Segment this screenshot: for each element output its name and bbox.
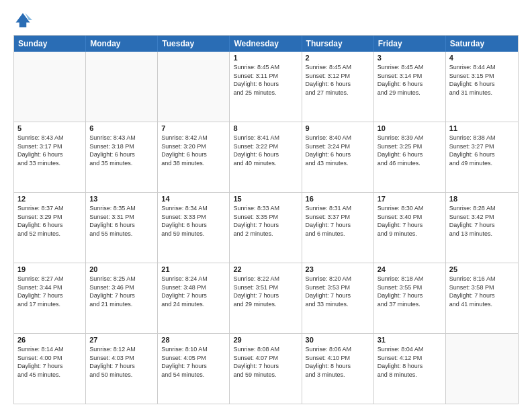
cell-date: 20 — [89, 265, 154, 273]
cell-info: Sunrise: 8:24 AM Sunset: 3:48 PM Dayligh… — [161, 275, 226, 308]
calendar-cell-14: 14Sunrise: 8:34 AM Sunset: 3:33 PM Dayli… — [158, 193, 230, 263]
logo-icon — [13, 11, 32, 30]
calendar-cell-28: 28Sunrise: 8:10 AM Sunset: 4:05 PM Dayli… — [158, 334, 230, 404]
cell-date: 5 — [17, 124, 82, 132]
cell-info: Sunrise: 8:16 AM Sunset: 3:58 PM Dayligh… — [449, 275, 515, 308]
cell-date: 29 — [233, 336, 298, 344]
cell-info: Sunrise: 8:20 AM Sunset: 3:53 PM Dayligh… — [306, 275, 370, 308]
week-row-5: 26Sunrise: 8:14 AM Sunset: 4:00 PM Dayli… — [14, 333, 518, 404]
cell-date: 13 — [89, 195, 154, 203]
cell-date: 8 — [233, 124, 298, 132]
calendar-cell-27: 27Sunrise: 8:12 AM Sunset: 4:03 PM Dayli… — [86, 334, 158, 404]
cell-info: Sunrise: 8:27 AM Sunset: 3:44 PM Dayligh… — [17, 275, 82, 308]
calendar-cell-11: 11Sunrise: 8:38 AM Sunset: 3:27 PM Dayli… — [446, 122, 518, 192]
calendar-cell-26: 26Sunrise: 8:14 AM Sunset: 4:00 PM Dayli… — [14, 334, 86, 404]
cell-date: 26 — [17, 336, 82, 344]
calendar-cell-4: 4Sunrise: 8:44 AM Sunset: 3:15 PM Daylig… — [446, 52, 518, 122]
calendar-cell-3: 3Sunrise: 8:45 AM Sunset: 3:14 PM Daylig… — [374, 52, 446, 122]
cell-date: 11 — [449, 124, 515, 132]
empty-cell — [86, 52, 158, 122]
cell-date: 19 — [17, 265, 82, 273]
calendar-cell-16: 16Sunrise: 8:31 AM Sunset: 3:37 PM Dayli… — [302, 193, 374, 263]
calendar-cell-6: 6Sunrise: 8:43 AM Sunset: 3:18 PM Daylig… — [86, 122, 158, 192]
cell-date: 25 — [449, 265, 515, 273]
empty-cell — [158, 52, 230, 122]
calendar-cell-8: 8Sunrise: 8:41 AM Sunset: 3:22 PM Daylig… — [230, 122, 302, 192]
cell-date: 9 — [306, 124, 370, 132]
cell-date: 10 — [378, 124, 442, 132]
calendar-cell-10: 10Sunrise: 8:39 AM Sunset: 3:25 PM Dayli… — [374, 122, 446, 192]
cell-info: Sunrise: 8:45 AM Sunset: 3:12 PM Dayligh… — [306, 63, 370, 97]
svg-marker-0 — [16, 13, 30, 28]
calendar-cell-1: 1Sunrise: 8:45 AM Sunset: 3:11 PM Daylig… — [230, 52, 302, 122]
day-header-friday: Friday — [374, 36, 446, 52]
cell-info: Sunrise: 8:42 AM Sunset: 3:20 PM Dayligh… — [161, 134, 226, 167]
calendar-cell-2: 2Sunrise: 8:45 AM Sunset: 3:12 PM Daylig… — [302, 52, 374, 122]
cell-info: Sunrise: 8:41 AM Sunset: 3:22 PM Dayligh… — [233, 134, 298, 167]
cell-info: Sunrise: 8:35 AM Sunset: 3:31 PM Dayligh… — [89, 204, 154, 238]
cell-info: Sunrise: 8:34 AM Sunset: 3:33 PM Dayligh… — [161, 204, 226, 238]
calendar-cell-23: 23Sunrise: 8:20 AM Sunset: 3:53 PM Dayli… — [302, 263, 374, 333]
calendar-cell-12: 12Sunrise: 8:37 AM Sunset: 3:29 PM Dayli… — [14, 193, 86, 263]
week-row-3: 12Sunrise: 8:37 AM Sunset: 3:29 PM Dayli… — [14, 192, 518, 263]
empty-cell — [446, 334, 518, 404]
empty-cell — [14, 52, 86, 122]
calendar-cell-18: 18Sunrise: 8:28 AM Sunset: 3:42 PM Dayli… — [446, 193, 518, 263]
cell-info: Sunrise: 8:25 AM Sunset: 3:46 PM Dayligh… — [89, 275, 154, 308]
calendar-cell-9: 9Sunrise: 8:40 AM Sunset: 3:24 PM Daylig… — [302, 122, 374, 192]
cell-date: 6 — [89, 124, 154, 132]
calendar-cell-22: 22Sunrise: 8:22 AM Sunset: 3:51 PM Dayli… — [230, 263, 302, 333]
calendar-cell-21: 21Sunrise: 8:24 AM Sunset: 3:48 PM Dayli… — [158, 263, 230, 333]
day-header-sunday: Sunday — [14, 36, 86, 52]
day-header-monday: Monday — [86, 36, 158, 52]
cell-date: 12 — [17, 195, 82, 203]
calendar-cell-15: 15Sunrise: 8:33 AM Sunset: 3:35 PM Dayli… — [230, 193, 302, 263]
cell-info: Sunrise: 8:43 AM Sunset: 3:18 PM Dayligh… — [89, 134, 154, 167]
cell-date: 24 — [378, 265, 442, 273]
cell-info: Sunrise: 8:43 AM Sunset: 3:17 PM Dayligh… — [17, 134, 82, 167]
cell-date: 23 — [306, 265, 370, 273]
cell-info: Sunrise: 8:12 AM Sunset: 4:03 PM Dayligh… — [89, 345, 154, 379]
week-row-1: 1Sunrise: 8:45 AM Sunset: 3:11 PM Daylig… — [14, 52, 518, 122]
cell-date: 14 — [161, 195, 226, 203]
cell-date: 21 — [161, 265, 226, 273]
cell-info: Sunrise: 8:39 AM Sunset: 3:25 PM Dayligh… — [378, 134, 442, 167]
cell-info: Sunrise: 8:45 AM Sunset: 3:11 PM Dayligh… — [233, 63, 298, 97]
cell-date: 30 — [306, 336, 370, 344]
cell-info: Sunrise: 8:31 AM Sunset: 3:37 PM Dayligh… — [306, 204, 370, 238]
cell-date: 28 — [161, 336, 226, 344]
cell-info: Sunrise: 8:28 AM Sunset: 3:42 PM Dayligh… — [449, 204, 515, 238]
cell-date: 1 — [233, 54, 298, 62]
calendar-cell-25: 25Sunrise: 8:16 AM Sunset: 3:58 PM Dayli… — [446, 263, 518, 333]
cell-info: Sunrise: 8:40 AM Sunset: 3:24 PM Dayligh… — [306, 134, 370, 167]
cell-info: Sunrise: 8:10 AM Sunset: 4:05 PM Dayligh… — [161, 345, 226, 379]
calendar-cell-7: 7Sunrise: 8:42 AM Sunset: 3:20 PM Daylig… — [158, 122, 230, 192]
cell-date: 2 — [306, 54, 370, 62]
cell-info: Sunrise: 8:45 AM Sunset: 3:14 PM Dayligh… — [378, 63, 442, 97]
calendar: SundayMondayTuesdayWednesdayThursdayFrid… — [13, 35, 519, 404]
calendar-cell-20: 20Sunrise: 8:25 AM Sunset: 3:46 PM Dayli… — [86, 263, 158, 333]
calendar-body: 1Sunrise: 8:45 AM Sunset: 3:11 PM Daylig… — [14, 52, 518, 404]
week-row-4: 19Sunrise: 8:27 AM Sunset: 3:44 PM Dayli… — [14, 263, 518, 333]
calendar-cell-29: 29Sunrise: 8:08 AM Sunset: 4:07 PM Dayli… — [230, 334, 302, 404]
calendar-cell-17: 17Sunrise: 8:30 AM Sunset: 3:40 PM Dayli… — [374, 193, 446, 263]
cell-info: Sunrise: 8:33 AM Sunset: 3:35 PM Dayligh… — [233, 204, 298, 238]
week-row-2: 5Sunrise: 8:43 AM Sunset: 3:17 PM Daylig… — [14, 122, 518, 192]
cell-info: Sunrise: 8:30 AM Sunset: 3:40 PM Dayligh… — [378, 204, 442, 238]
day-header-thursday: Thursday — [302, 36, 374, 52]
cell-info: Sunrise: 8:06 AM Sunset: 4:10 PM Dayligh… — [306, 345, 370, 379]
cell-date: 17 — [378, 195, 442, 203]
cell-date: 16 — [306, 195, 370, 203]
cell-date: 15 — [233, 195, 298, 203]
cell-date: 22 — [233, 265, 298, 273]
calendar-cell-31: 31Sunrise: 8:04 AM Sunset: 4:12 PM Dayli… — [374, 334, 446, 404]
cell-info: Sunrise: 8:04 AM Sunset: 4:12 PM Dayligh… — [378, 345, 442, 379]
cell-info: Sunrise: 8:22 AM Sunset: 3:51 PM Dayligh… — [233, 275, 298, 308]
page: SundayMondayTuesdayWednesdayThursdayFrid… — [0, 0, 532, 411]
cell-date: 27 — [89, 336, 154, 344]
cell-info: Sunrise: 8:37 AM Sunset: 3:29 PM Dayligh… — [17, 204, 82, 238]
cell-info: Sunrise: 8:08 AM Sunset: 4:07 PM Dayligh… — [233, 345, 298, 379]
calendar-cell-30: 30Sunrise: 8:06 AM Sunset: 4:10 PM Dayli… — [302, 334, 374, 404]
cell-date: 7 — [161, 124, 226, 132]
day-header-tuesday: Tuesday — [158, 36, 230, 52]
